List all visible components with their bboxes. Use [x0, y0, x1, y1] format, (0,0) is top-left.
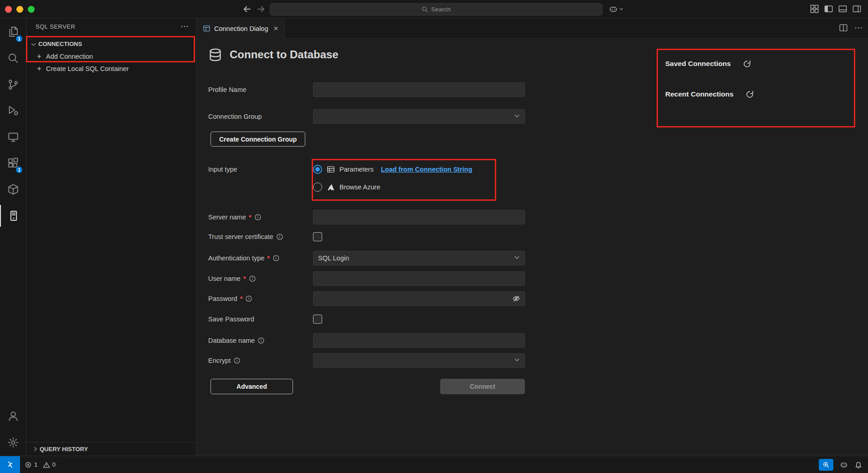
activity-containers[interactable] [0, 178, 26, 200]
password-input[interactable] [313, 291, 525, 306]
required-marker: * [267, 254, 270, 262]
server-name-label: Server name [208, 214, 246, 221]
create-connection-group-button[interactable]: Create Connection Group [211, 132, 305, 147]
connections-header-label: CONNECTIONS [38, 41, 82, 47]
encrypt-row: Encrypt [208, 353, 525, 368]
chevron-down-icon [31, 41, 36, 46]
toggle-secondary-sidebar-button[interactable] [852, 4, 862, 14]
activity-explorer[interactable]: 1 [0, 21, 26, 43]
info-icon[interactable] [245, 295, 252, 302]
parameters-radio[interactable] [313, 165, 322, 174]
select-value: SQL Login [318, 254, 349, 262]
search-icon [421, 6, 428, 13]
save-password-checkbox[interactable] [313, 315, 322, 324]
saved-connections-title: Saved Connections [665, 60, 731, 68]
chevron-right-icon [32, 447, 37, 452]
server-name-input[interactable] [313, 210, 525, 224]
password-label: Password [208, 295, 237, 302]
title-bar: Search [0, 0, 868, 18]
toggle-password-visibility-icon[interactable] [512, 295, 520, 303]
activity-source-control[interactable] [0, 74, 26, 96]
add-icon: + [36, 52, 43, 61]
copilot-icon [609, 5, 618, 14]
remote-indicator[interactable] [0, 456, 20, 473]
input-type-browse-azure-option[interactable]: Browse Azure [313, 181, 473, 193]
errors-icon [25, 461, 32, 468]
chevron-down-icon [515, 357, 519, 361]
info-icon[interactable] [233, 357, 241, 364]
save-password-row: Save Password [208, 312, 322, 326]
activity-run-debug[interactable] [0, 100, 26, 122]
dialog-heading: Connect to Database [208, 46, 339, 63]
toggle-primary-sidebar-button[interactable] [824, 4, 833, 14]
connect-button[interactable]: Connect [440, 379, 525, 394]
activity-settings[interactable] [0, 432, 26, 453]
advanced-button[interactable]: Advanced [211, 379, 293, 394]
info-icon[interactable] [276, 233, 283, 240]
activity-bar: 1 1 [0, 18, 26, 456]
search-box[interactable]: Search [270, 3, 602, 15]
activity-sql-server[interactable] [0, 205, 26, 227]
parameters-option-label: Parameters [339, 166, 374, 173]
create-local-sql-container-item[interactable]: + Create Local SQL Container [26, 62, 196, 75]
browse-azure-option-label: Browse Azure [339, 183, 380, 191]
parameters-icon [327, 165, 335, 173]
required-marker: * [249, 214, 252, 221]
database-name-row: Database name [208, 333, 525, 348]
database-name-input[interactable] [313, 333, 525, 348]
recent-connections-title: Recent Connections [665, 90, 734, 98]
info-icon[interactable] [249, 275, 256, 282]
refresh-recent-connections-button[interactable] [745, 90, 754, 99]
load-from-connection-string-link[interactable]: Load from Connection String [381, 166, 473, 173]
authentication-type-select[interactable]: SQL Login [313, 251, 525, 265]
copilot-menu-button[interactable] [609, 5, 622, 14]
add-connection-item[interactable]: + Add Connection [26, 50, 196, 62]
dialog-title: Connect to Database [230, 48, 339, 61]
editor-more-actions-button[interactable]: ⋯ [854, 24, 863, 32]
notifications-bell-icon[interactable] [854, 461, 863, 469]
encrypt-select[interactable] [313, 353, 525, 368]
query-history-section-header[interactable]: QUERY HISTORY [26, 442, 196, 456]
server-name-row: Server name * [208, 210, 525, 224]
customize-layout-button[interactable] [810, 4, 819, 14]
editor-actions: ⋯ [839, 23, 863, 32]
refresh-saved-connections-button[interactable] [743, 60, 751, 68]
tree-item-label: Add Connection [46, 53, 93, 60]
split-editor-button[interactable] [839, 23, 848, 32]
input-type-parameters-option[interactable]: Parameters Load from Connection String [313, 163, 473, 176]
sidebar-more-actions-button[interactable]: ⋯ [180, 22, 189, 31]
problems-indicator[interactable]: 1 0 [25, 461, 56, 468]
status-bar-right [819, 459, 868, 471]
tab-connection-dialog[interactable]: Connection Dialog × [196, 18, 285, 39]
activity-accounts[interactable] [0, 405, 26, 427]
toggle-panel-button[interactable] [838, 4, 847, 14]
required-marker: * [240, 295, 243, 302]
connections-tree: CONNECTIONS + Add Connection + Create Lo… [26, 38, 196, 75]
copilot-status-icon[interactable] [840, 461, 848, 469]
azure-icon [327, 183, 335, 191]
info-icon[interactable] [257, 337, 265, 344]
connections-section-header[interactable]: CONNECTIONS [26, 38, 196, 50]
info-icon[interactable] [272, 254, 280, 262]
zoom-status-button[interactable] [819, 459, 833, 471]
maximize-window-button[interactable] [28, 6, 35, 13]
activity-extensions[interactable]: 1 [0, 152, 26, 174]
activity-remote-explorer[interactable] [0, 126, 26, 148]
profile-name-input[interactable] [313, 82, 525, 97]
editor-area: Connection Dialog × ⋯ Connect to Databas… [196, 18, 868, 456]
encrypt-label: Encrypt [208, 357, 231, 364]
close-tab-button[interactable]: × [272, 24, 280, 33]
forward-button[interactable] [256, 4, 266, 14]
connection-group-select[interactable] [313, 109, 525, 124]
close-window-button[interactable] [5, 6, 12, 13]
user-name-input[interactable] [313, 271, 525, 286]
activity-search[interactable] [0, 47, 26, 69]
minimize-window-button[interactable] [16, 6, 23, 13]
back-button[interactable] [242, 4, 252, 14]
warnings-count: 0 [52, 461, 56, 468]
chevron-down-icon [515, 113, 519, 117]
browse-azure-radio[interactable] [313, 183, 322, 192]
trust-server-certificate-checkbox[interactable] [313, 232, 322, 241]
info-icon[interactable] [254, 214, 262, 221]
workbench: 1 1 SQL SERVER [0, 18, 868, 456]
